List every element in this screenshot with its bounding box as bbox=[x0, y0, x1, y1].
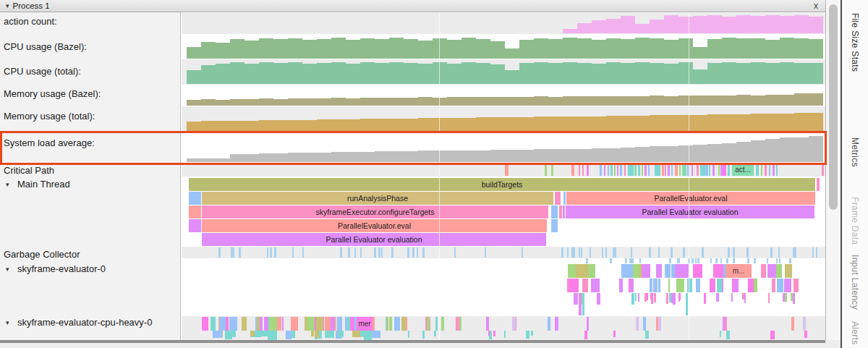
event-tick[interactable] bbox=[726, 258, 728, 263]
labeled-event-block[interactable]: m... bbox=[726, 264, 752, 278]
event-tick[interactable] bbox=[642, 164, 643, 176]
event-tick[interactable] bbox=[678, 279, 684, 292]
event-tick[interactable] bbox=[777, 279, 783, 292]
event-tick[interactable] bbox=[579, 164, 580, 176]
event-tick[interactable] bbox=[340, 247, 342, 258]
event-tick[interactable] bbox=[408, 331, 410, 338]
event-tick[interactable] bbox=[679, 164, 681, 176]
event-tick[interactable] bbox=[728, 164, 730, 176]
event-tick[interactable] bbox=[354, 247, 356, 258]
flame-segment[interactable]: Parallel Evaluator evaluation bbox=[202, 233, 546, 246]
event-tick[interactable] bbox=[668, 279, 670, 292]
event-tick[interactable] bbox=[274, 247, 276, 258]
event-tick[interactable] bbox=[427, 317, 429, 331]
event-tick[interactable] bbox=[720, 258, 722, 263]
event-tick[interactable] bbox=[600, 164, 602, 176]
event-tick[interactable] bbox=[610, 164, 613, 176]
event-tick[interactable] bbox=[785, 264, 792, 278]
event-tick[interactable] bbox=[702, 247, 704, 258]
event-tick[interactable] bbox=[649, 247, 650, 258]
flame-segment[interactable] bbox=[555, 192, 561, 205]
flame-segment[interactable] bbox=[559, 205, 562, 218]
event-tick[interactable] bbox=[271, 331, 276, 336]
event-tick[interactable] bbox=[291, 317, 298, 331]
event-tick[interactable] bbox=[686, 293, 688, 315]
event-tick[interactable] bbox=[401, 317, 406, 331]
event-tick[interactable] bbox=[435, 317, 438, 331]
vertical-scrollbar[interactable] bbox=[825, 0, 841, 340]
event-tick[interactable] bbox=[264, 317, 268, 331]
event-tick[interactable] bbox=[772, 279, 775, 292]
event-tick[interactable] bbox=[350, 317, 354, 331]
event-tick[interactable] bbox=[631, 247, 633, 258]
event-tick[interactable] bbox=[655, 164, 660, 176]
track-critical-path[interactable]: act... bbox=[182, 163, 825, 177]
event-tick[interactable] bbox=[713, 264, 723, 278]
event-tick[interactable] bbox=[675, 164, 678, 176]
horizontal-scrollbar-thumb[interactable] bbox=[0, 340, 825, 343]
event-tick[interactable] bbox=[584, 331, 587, 339]
event-tick[interactable] bbox=[610, 258, 612, 263]
event-tick[interactable] bbox=[769, 164, 770, 176]
track-memory-usage-bazel[interactable] bbox=[182, 85, 825, 106]
event-tick[interactable] bbox=[675, 264, 682, 278]
event-tick[interactable] bbox=[229, 317, 235, 331]
flame-segment[interactable]: runAnalysisPhase bbox=[202, 192, 553, 205]
event-tick[interactable] bbox=[788, 279, 791, 292]
event-tick[interactable] bbox=[545, 164, 547, 176]
event-tick[interactable] bbox=[767, 264, 776, 278]
event-tick[interactable] bbox=[586, 258, 588, 263]
tab-alerts[interactable]: Alerts bbox=[850, 321, 860, 344]
event-tick[interactable] bbox=[816, 247, 817, 258]
flame-segment[interactable]: ParallelEvaluator.eval bbox=[202, 219, 547, 232]
event-tick[interactable] bbox=[726, 331, 730, 339]
track-skyframe-evaluator-cpu-heavy-0[interactable]: mer bbox=[182, 316, 825, 340]
collapse-arrow-icon[interactable]: ▾ bbox=[6, 319, 9, 326]
event-tick[interactable] bbox=[692, 258, 694, 263]
event-tick[interactable] bbox=[260, 317, 263, 331]
labeled-event-block[interactable]: mer bbox=[357, 317, 373, 331]
event-tick[interactable] bbox=[773, 164, 775, 176]
event-tick[interactable] bbox=[579, 247, 580, 258]
event-tick[interactable] bbox=[454, 247, 456, 258]
event-tick[interactable] bbox=[761, 164, 762, 176]
event-tick[interactable] bbox=[718, 164, 720, 176]
event-tick[interactable] bbox=[269, 317, 277, 331]
event-tick[interactable] bbox=[573, 247, 574, 258]
event-tick[interactable] bbox=[761, 264, 766, 278]
event-tick[interactable] bbox=[794, 247, 796, 258]
event-tick[interactable] bbox=[677, 258, 678, 263]
event-tick[interactable] bbox=[803, 317, 806, 331]
event-tick[interactable] bbox=[628, 164, 634, 176]
track-cpu-usage-bazel[interactable] bbox=[182, 34, 825, 59]
event-tick[interactable] bbox=[604, 164, 605, 176]
event-tick[interactable] bbox=[582, 164, 584, 176]
event-tick[interactable] bbox=[608, 164, 609, 176]
event-tick[interactable] bbox=[710, 258, 712, 263]
event-tick[interactable] bbox=[505, 164, 509, 176]
tab-input-latency[interactable]: Input Latency bbox=[850, 255, 860, 310]
event-tick[interactable] bbox=[793, 279, 798, 292]
event-tick[interactable] bbox=[605, 247, 607, 258]
event-tick[interactable] bbox=[613, 331, 616, 337]
event-tick[interactable] bbox=[364, 331, 371, 340]
event-tick[interactable] bbox=[602, 247, 603, 258]
event-tick[interactable] bbox=[282, 317, 284, 331]
event-tick[interactable] bbox=[561, 247, 563, 258]
event-tick[interactable] bbox=[662, 164, 664, 176]
event-tick[interactable] bbox=[682, 164, 686, 176]
flame-segment[interactable] bbox=[189, 205, 201, 218]
event-tick[interactable] bbox=[571, 164, 574, 176]
tab-metrics[interactable]: Metrics bbox=[850, 137, 860, 167]
event-tick[interactable] bbox=[316, 317, 323, 331]
flame-segment[interactable]: skyframeExecutor.configureTargets bbox=[202, 205, 548, 218]
event-tick[interactable] bbox=[620, 164, 622, 176]
event-tick[interactable] bbox=[728, 247, 729, 258]
tab-frame-data[interactable]: Frame Data bbox=[850, 197, 860, 245]
event-tick[interactable] bbox=[526, 331, 530, 339]
event-tick[interactable] bbox=[331, 317, 335, 331]
event-tick[interactable] bbox=[582, 293, 584, 315]
event-tick[interactable] bbox=[619, 279, 623, 292]
event-tick[interactable] bbox=[720, 331, 721, 337]
event-tick[interactable] bbox=[692, 164, 693, 176]
